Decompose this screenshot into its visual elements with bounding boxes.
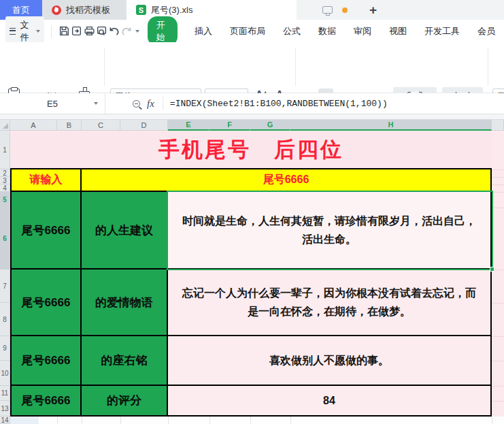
tab-docer-templates[interactable]: 找稻壳模板 bbox=[42, 0, 127, 20]
column-header-d[interactable]: D bbox=[120, 120, 168, 131]
row-header-4[interactable]: 4 bbox=[0, 184, 10, 192]
insert-function-button[interactable]: fx bbox=[147, 98, 154, 110]
ribbon-tab-page-layout[interactable]: 页面布局 bbox=[230, 22, 265, 40]
category-cell[interactable]: 的座右铭 bbox=[82, 336, 168, 385]
divider bbox=[488, 48, 488, 86]
redo-button[interactable] bbox=[120, 23, 133, 39]
chevron-down-icon bbox=[94, 102, 98, 105]
name-box[interactable]: E5 bbox=[0, 93, 105, 114]
file-menu-label: 文件 bbox=[20, 19, 32, 44]
row-header-8[interactable]: 8 bbox=[0, 303, 10, 336]
menu-bar: 文件 开始 插入 页面布局 公式 数据 审阅 视图 开发工具 会员 bbox=[0, 20, 504, 42]
tail-cell[interactable]: 尾号6666 bbox=[12, 386, 82, 415]
ribbon-tab-insert[interactable]: 插入 bbox=[195, 22, 212, 40]
formula-bar-gap bbox=[0, 114, 504, 120]
output-convert-button[interactable] bbox=[71, 23, 83, 39]
ribbon-tab-review[interactable]: 审阅 bbox=[354, 22, 371, 40]
title-cell[interactable]: 手机尾号 后四位 bbox=[10, 131, 492, 169]
ribbon-tab-start[interactable]: 开始 bbox=[148, 16, 178, 46]
table-row: 尾号6666 的人生建议 时间就是生命，人生何其短暂，请珍惜有限岁月，活出自己，… bbox=[10, 192, 492, 270]
tail-cell[interactable]: 尾号6666 bbox=[12, 270, 82, 335]
table-row: 尾号6666 的座右铭 喜欢做别人不愿做的事。 bbox=[10, 336, 492, 386]
formula-bar: E5 fx =INDEX(Sheet2!B1:B100,RANDBETWEEN(… bbox=[0, 93, 504, 114]
window-tab-bar: 首页 找稻壳模板 S 尾号(3).xls + bbox=[0, 0, 504, 20]
category-label: 的人生建议 bbox=[95, 223, 153, 238]
undo-button[interactable] bbox=[107, 23, 120, 39]
tail-label: 尾号6666 bbox=[22, 353, 71, 368]
content-cell[interactable]: 喜欢做别人不愿做的事。 bbox=[168, 336, 490, 385]
select-all-corner[interactable] bbox=[0, 120, 10, 131]
category-cell[interactable]: 的评分 bbox=[82, 386, 168, 415]
column-header-e[interactable]: E bbox=[168, 120, 209, 131]
row-header-1[interactable]: 1 bbox=[0, 131, 10, 169]
divider bbox=[163, 97, 163, 110]
row-header-5[interactable]: 5 bbox=[0, 192, 10, 208]
table-row: 尾号6666 的评分 84 bbox=[10, 386, 492, 417]
status-dot-icon bbox=[342, 7, 348, 13]
row-header-7[interactable]: 7 bbox=[0, 270, 10, 303]
tail-label: 尾号6666 bbox=[22, 295, 71, 310]
ribbon-tab-view[interactable]: 视图 bbox=[389, 22, 407, 40]
ribbon-toolbar: 粘贴 ✂ 剪切 复制 格式刷 黑体 18 A+ A- B I U A bbox=[0, 42, 504, 93]
input-value: 尾号6666 bbox=[263, 173, 309, 187]
spreadsheet-icon: S bbox=[136, 5, 146, 15]
row-header-10[interactable]: 10 bbox=[0, 361, 10, 386]
print-button[interactable] bbox=[83, 23, 95, 39]
ribbon-tab-formulas[interactable]: 公式 bbox=[283, 22, 301, 40]
monitor-icon[interactable] bbox=[322, 6, 333, 14]
chevron-down-icon bbox=[36, 30, 40, 33]
column-header-extra[interactable] bbox=[492, 120, 504, 131]
print-preview-button[interactable] bbox=[95, 23, 107, 39]
input-label-cell[interactable]: 请输入 bbox=[12, 169, 82, 191]
hamburger-icon bbox=[10, 28, 16, 35]
content-text: 忘记一个人为什么要一辈子，因为你根本没有试着去忘记，而是一向在怀念，在期待，在做… bbox=[178, 284, 481, 321]
column-header-b[interactable]: B bbox=[57, 120, 82, 131]
column-header-g[interactable]: G bbox=[250, 120, 290, 131]
quick-access-chevron-icon[interactable] bbox=[135, 30, 139, 33]
content-cell[interactable]: 忘记一个人为什么要一辈子，因为你根本没有试着去忘记，而是一向在怀念，在期待，在做… bbox=[168, 270, 490, 335]
row-header-6[interactable]: 6 bbox=[0, 208, 10, 270]
row-header-13[interactable]: 13 bbox=[0, 401, 10, 417]
ribbon-tab-developer[interactable]: 开发工具 bbox=[424, 22, 460, 40]
name-box-value: E5 bbox=[47, 99, 58, 109]
row-header-14[interactable]: 14 bbox=[0, 417, 10, 424]
tail-label: 尾号6666 bbox=[22, 393, 71, 408]
tail-cell[interactable]: 尾号6666 bbox=[12, 192, 82, 268]
zoom-search-icon[interactable] bbox=[133, 100, 140, 108]
column-headers: A B C D E F G H bbox=[0, 120, 504, 131]
save-button[interactable] bbox=[58, 23, 71, 39]
formula-input[interactable]: =INDEX(Sheet2!B1:B100,RANDBETWEEN(1,100)… bbox=[170, 99, 388, 109]
row-header-2[interactable]: 2 bbox=[0, 169, 10, 177]
content-cell-selected[interactable]: 时间就是生命，人生何其短暂，请珍惜有限岁月，活出自己，活出生命。 bbox=[168, 192, 490, 268]
content-text: 喜欢做别人不愿做的事。 bbox=[269, 351, 389, 370]
category-cell[interactable]: 的爱情物语 bbox=[82, 270, 168, 335]
column-header-a[interactable]: A bbox=[10, 120, 57, 131]
cell-tint bbox=[10, 417, 39, 424]
score-cell[interactable]: 84 bbox=[168, 386, 490, 415]
file-menu-button[interactable]: 文件 bbox=[5, 16, 44, 46]
table-row: 尾号6666 的爱情物语 忘记一个人为什么要一辈子，因为你根本没有试着去忘记，而… bbox=[10, 270, 492, 336]
row-header-11[interactable]: 11 bbox=[0, 386, 10, 401]
new-tab-button[interactable]: + bbox=[369, 3, 377, 16]
category-cell[interactable]: 的人生建议 bbox=[82, 192, 168, 268]
divider bbox=[104, 48, 105, 86]
row-headers: 1 2 3 4 5 6 7 8 9 10 11 13 14 bbox=[0, 131, 10, 424]
column-header-h[interactable]: H bbox=[290, 120, 492, 131]
tail-cell[interactable]: 尾号6666 bbox=[12, 336, 82, 385]
docer-icon bbox=[52, 5, 61, 15]
column-header-c[interactable]: C bbox=[82, 120, 120, 131]
tab-docer-label: 找稻壳模板 bbox=[66, 4, 110, 16]
ribbon-tab-member[interactable]: 会员 bbox=[477, 22, 495, 40]
tail-label: 尾号6666 bbox=[22, 223, 71, 238]
row-header-9[interactable]: 9 bbox=[0, 336, 10, 361]
ribbon-tab-data[interactable]: 数据 bbox=[318, 22, 336, 40]
empty-cells-bottom[interactable] bbox=[10, 417, 504, 424]
wps-spreadsheet-window: 首页 找稻壳模板 S 尾号(3).xls + 文件 bbox=[0, 0, 504, 424]
input-label: 请输入 bbox=[30, 173, 63, 187]
input-value-cell[interactable]: 尾号6666 bbox=[82, 169, 490, 191]
column-header-f[interactable]: F bbox=[209, 120, 250, 131]
sheet-title: 手机尾号 后四位 bbox=[158, 135, 343, 164]
empty-cells-right[interactable] bbox=[492, 131, 504, 417]
category-label: 的爱情物语 bbox=[95, 295, 153, 310]
row-header-3[interactable]: 3 bbox=[0, 177, 10, 184]
